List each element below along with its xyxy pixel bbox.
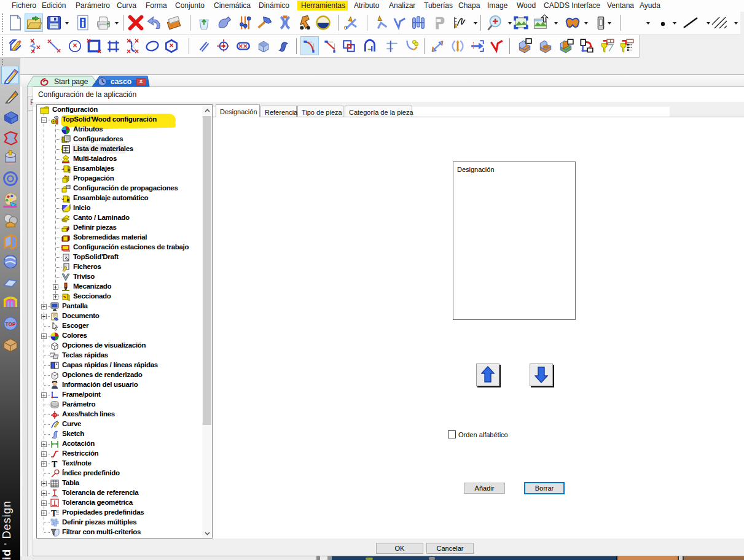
svg-text:T: T <box>52 460 58 469</box>
svg-text:T: T <box>51 509 57 518</box>
svg-text:TOP: TOP <box>6 322 16 327</box>
svg-text:0: 0 <box>344 25 347 31</box>
